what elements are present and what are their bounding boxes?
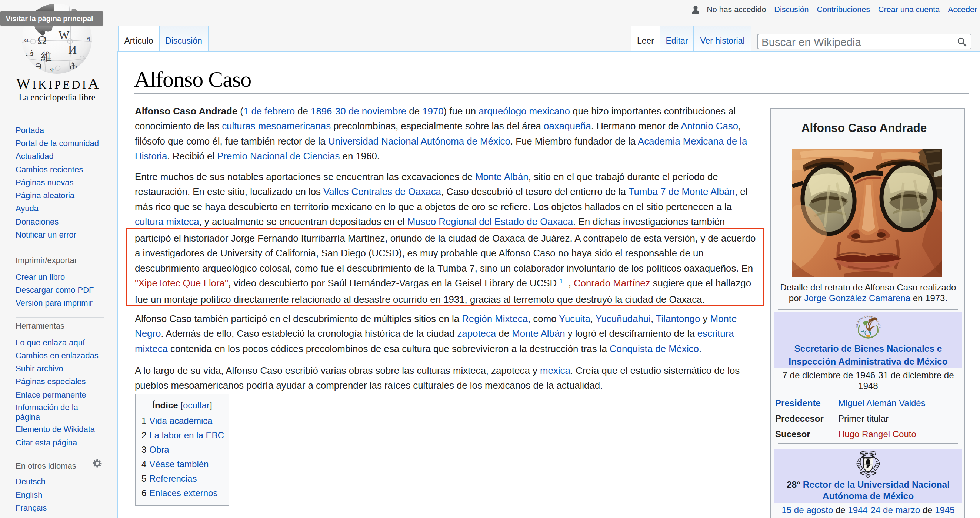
svg-text:Ω: Ω: [37, 33, 47, 47]
svg-text:ক: ক: [49, 66, 54, 73]
svg-text:ও: ও: [24, 35, 28, 45]
svg-text:И: И: [68, 43, 77, 56]
svg-text:Ə: Ə: [35, 61, 41, 72]
svg-text:W: W: [59, 29, 70, 42]
svg-text:ف: ف: [25, 48, 34, 58]
svg-text:ሕ: ሕ: [70, 61, 77, 70]
svg-text:維: 維: [41, 50, 52, 62]
svg-text:ম: ম: [86, 35, 90, 42]
